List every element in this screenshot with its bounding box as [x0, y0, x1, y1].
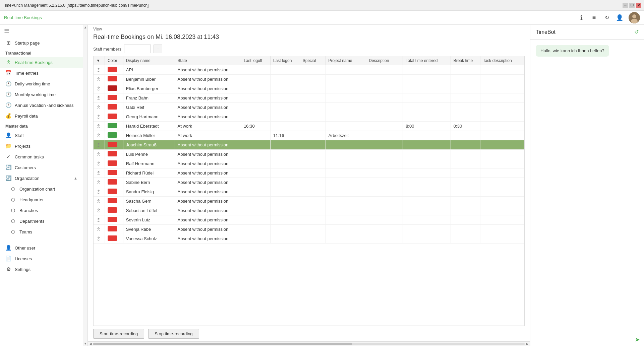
cell-task — [480, 159, 524, 168]
cell-last-logoff — [241, 215, 271, 225]
cell-color — [105, 93, 123, 103]
cell-total — [403, 112, 451, 122]
view-label: View — [88, 25, 530, 32]
cell-task — [480, 65, 524, 75]
horizontal-scrollbar[interactable]: ◀ ▶ — [88, 341, 530, 346]
sidebar-item-staff[interactable]: 👤 Staff — [0, 130, 83, 141]
table-row[interactable]: ⏱ Sebastian Löffel Absent without permis… — [94, 206, 524, 215]
sync-icon[interactable]: ↻ — [603, 14, 610, 21]
cell-description — [366, 215, 403, 225]
hamburger-menu[interactable]: ☰ — [0, 25, 83, 38]
sidebar-scroll-up[interactable]: ▲ — [84, 25, 87, 29]
col-header-break-time[interactable]: Break time — [451, 56, 480, 65]
cell-break — [451, 234, 480, 244]
table-row[interactable]: ⏱ Elias Bamberger Absent without permiss… — [94, 84, 524, 93]
sidebar-scroll-down[interactable]: ▼ — [84, 342, 87, 345]
col-header-color[interactable]: Color — [105, 56, 123, 65]
other-user-icon: 👤 — [5, 245, 11, 251]
sidebar-item-projects[interactable]: 📁 Projects — [0, 141, 83, 151]
timebot-send-button[interactable]: ➤ — [635, 336, 640, 343]
staff-members-input[interactable] — [124, 45, 151, 53]
col-header-task-description[interactable]: Task description — [480, 56, 524, 65]
cell-description — [366, 75, 403, 84]
cell-break — [451, 75, 480, 84]
table-row[interactable]: ⏱ Richard Rüdel Absent without permissio… — [94, 168, 524, 178]
sidebar-item-organization[interactable]: 🔄 Organization ▲ — [0, 173, 83, 184]
sidebar-item-time-entries[interactable]: 📅 Time entries — [0, 68, 83, 78]
timebot-input[interactable] — [534, 337, 632, 342]
table-row[interactable]: ⏱ Harald Eberstadt At work 16:30 8:00 0:… — [94, 122, 524, 131]
sidebar-label-settings: Settings — [15, 267, 77, 272]
col-header-state[interactable]: State — [175, 56, 241, 65]
sidebar-item-common-tasks[interactable]: ✓ Common tasks — [0, 151, 83, 162]
table-row[interactable]: ⏱ Heinrich Müller At work 11:16 Arbeitsz… — [94, 131, 524, 140]
sidebar-item-departments[interactable]: ⬡ Departments — [0, 216, 83, 226]
monthly-icon: 🕐 — [5, 91, 11, 97]
col-header-special[interactable]: Special — [300, 56, 326, 65]
info-icon[interactable]: ℹ — [578, 14, 585, 21]
table-row[interactable]: ⏱ Svenja Rabe Absent without permission — [94, 225, 524, 234]
table-row[interactable]: ⏱ Benjamin Biber Absent without permissi… — [94, 75, 524, 84]
sidebar-item-org-chart[interactable]: ⬡ Organization chart — [0, 184, 83, 194]
col-header-total-time[interactable]: Total time entered — [403, 56, 451, 65]
table-row[interactable]: ⏱ Vanessa Schulz Absent without permissi… — [94, 234, 524, 244]
data-table-container: ▼ Color Display name State Last logoff L… — [93, 56, 525, 326]
sidebar-item-settings[interactable]: ⚙ Settings — [0, 264, 83, 275]
cell-last-logoff — [241, 84, 271, 93]
scroll-right-arrow[interactable]: ▶ — [526, 342, 529, 346]
sidebar-item-payroll[interactable]: 💰 Payroll data — [0, 111, 83, 121]
sidebar-item-headquarter[interactable]: ⬡ Headquarter — [0, 194, 83, 205]
start-time-recording-button[interactable]: Start time-recording — [93, 329, 144, 339]
col-header-description[interactable]: Description — [366, 56, 403, 65]
col-header-last-logoff[interactable]: Last logoff — [241, 56, 271, 65]
close-button[interactable]: ✕ — [636, 3, 641, 8]
sidebar-item-branches[interactable]: ⬡ Branches — [0, 205, 83, 216]
col-header-project-name[interactable]: Project name — [326, 56, 366, 65]
toolbar-minus-button[interactable]: − — [154, 45, 162, 53]
table-row[interactable]: ⏱ Georg Hartmann Absent without permissi… — [94, 112, 524, 122]
table-row[interactable]: ⏱ Franz Bahn Absent without permission — [94, 93, 524, 103]
stop-time-recording-button[interactable]: Stop time-recording — [148, 329, 199, 339]
scroll-left-arrow[interactable]: ◀ — [89, 342, 92, 346]
sidebar-item-customers[interactable]: 🔄 Customers — [0, 162, 83, 173]
teams-icon: ⬡ — [10, 229, 16, 235]
table-row[interactable]: ⏱ Sandra Fleisig Absent without permissi… — [94, 187, 524, 197]
avatar[interactable] — [629, 12, 640, 23]
restore-button[interactable]: ❐ — [629, 3, 635, 8]
color-indicator — [108, 67, 117, 72]
col-header-sort[interactable]: ▼ — [94, 56, 105, 65]
color-indicator — [108, 85, 117, 91]
window-controls: ─ ❐ ✕ — [623, 3, 641, 8]
sidebar-item-annual[interactable]: 🕐 Annual vacation -and sickness — [0, 100, 83, 111]
col-header-display-name[interactable]: Display name — [123, 56, 175, 65]
cell-special — [300, 234, 326, 244]
licenses-icon: 📄 — [5, 256, 11, 262]
sidebar-item-monthly[interactable]: 🕐 Monthly working time — [0, 89, 83, 100]
sidebar-label-time-entries: Time entries — [15, 71, 77, 76]
table-row[interactable]: ⏱ Joachim Strauß Absent without permissi… — [94, 140, 524, 150]
cell-name: Sandra Fleisig — [123, 187, 175, 197]
minimize-button[interactable]: ─ — [623, 3, 628, 8]
clock-icon: ⏱ — [96, 227, 101, 232]
sidebar-item-startup[interactable]: ⊞ Startup page — [0, 38, 83, 48]
sidebar-item-teams[interactable]: ⬡ Teams — [0, 226, 83, 237]
list-icon[interactable]: ≡ — [590, 14, 598, 21]
sidebar-item-licenses[interactable]: 📄 Licenses — [0, 253, 83, 264]
cell-project — [326, 112, 366, 122]
sidebar-item-daily[interactable]: 🕐 Daily working time — [0, 78, 83, 89]
sidebar-item-other-user[interactable]: 👤 Other user — [0, 243, 83, 253]
table-row[interactable]: ⏱ Gabi Reif Absent without permission — [94, 103, 524, 112]
account-icon[interactable]: 👤 — [616, 14, 623, 21]
sidebar-item-realtime[interactable]: ⏱ Real-time Bookings — [0, 57, 83, 68]
breadcrumb-link[interactable]: Real-time Bookings — [4, 15, 42, 20]
col-header-last-logon[interactable]: Last logon — [270, 56, 300, 65]
table-row[interactable]: ⏱ Luis Penne Absent without permission — [94, 150, 524, 159]
table-row[interactable]: ⏱ Severin Lutz Absent without permission — [94, 215, 524, 225]
table-row[interactable]: ⏱ Sabine Bern Absent without permission — [94, 178, 524, 187]
table-row[interactable]: ⏱ API Absent without permission — [94, 65, 524, 75]
cell-project — [326, 215, 366, 225]
table-row[interactable]: ⏱ Ralf Herrmann Absent without permissio… — [94, 159, 524, 168]
timebot-refresh-button[interactable]: ↺ — [634, 29, 639, 35]
table-row[interactable]: ⏱ Sascha Gern Absent without permission — [94, 197, 524, 206]
common-tasks-icon: ✓ — [5, 154, 11, 160]
